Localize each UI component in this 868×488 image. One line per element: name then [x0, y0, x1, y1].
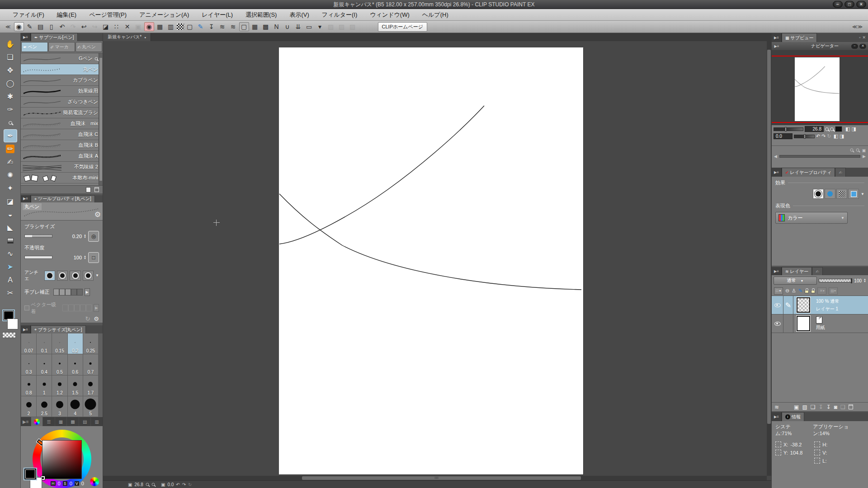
- edit-pen-icon[interactable]: ✎: [25, 22, 35, 31]
- layer-opacity-value[interactable]: 100: [854, 278, 862, 283]
- layer-mask-icon[interactable]: ◙: [834, 404, 837, 410]
- subtool-group-tab-1[interactable]: ✒ペン: [21, 42, 48, 52]
- effect-blue-button[interactable]: [825, 189, 835, 199]
- flip-v-icon[interactable]: ◨: [840, 133, 844, 139]
- subtool-item[interactable]: カブラペン: [21, 75, 103, 86]
- tab-color-slider[interactable]: ☰: [43, 417, 55, 426]
- zoom-out-icon[interactable]: [146, 483, 149, 486]
- redo-icon[interactable]: ↷: [68, 22, 78, 31]
- tool-line-correct[interactable]: ✂: [4, 286, 17, 300]
- tool-blend[interactable]: ◒: [4, 208, 17, 221]
- flip-horizontal-icon[interactable]: ◧: [845, 126, 850, 132]
- brush-size-cell[interactable]: 0.7: [83, 354, 99, 375]
- color-wheel-mode-button[interactable]: ▶: [90, 477, 99, 486]
- brush-size-cell[interactable]: 2.5: [37, 396, 52, 417]
- layer-thumbnail-cell[interactable]: [793, 314, 813, 333]
- tool-zoom[interactable]: [4, 116, 17, 129]
- document-tab[interactable]: 新規キャンバス* ●: [103, 33, 151, 41]
- brush-size-value[interactable]: 0.20: [72, 234, 82, 239]
- draft-layer-icon[interactable]: ✎: [798, 288, 802, 294]
- zoom-out-icon[interactable]: [850, 148, 854, 153]
- collapse-left-icon[interactable]: ≪: [5, 24, 11, 30]
- navigator-view[interactable]: [772, 50, 868, 125]
- subtool-item[interactable]: 血飛沫 C: [21, 129, 103, 140]
- tool-layer-move[interactable]: ✥: [4, 64, 17, 77]
- grid-2-icon[interactable]: ▩: [261, 22, 271, 31]
- panel-menu-icon[interactable]: ▶≡: [21, 417, 31, 426]
- zoom-in-icon[interactable]: [830, 127, 834, 131]
- brush-size-cell[interactable]: 0.1: [37, 333, 52, 354]
- tool-operate[interactable]: ❏: [4, 51, 17, 64]
- snap-curve-icon[interactable]: ∪: [283, 22, 292, 31]
- subtool-item[interactable]: 血飛沫 B: [21, 140, 103, 151]
- rotate-left-icon[interactable]: ↶: [176, 482, 179, 487]
- close-button[interactable]: ×: [856, 1, 866, 8]
- tab-modified-icon[interactable]: ●: [144, 36, 146, 39]
- tool-selection[interactable]: ◯: [4, 77, 17, 90]
- tool-move[interactable]: ✋: [4, 38, 17, 51]
- panel-close-icon[interactable]: ✕: [859, 44, 866, 49]
- dropdown-arrow-icon[interactable]: ▾: [315, 22, 325, 31]
- reset-rotation-icon[interactable]: ↻: [827, 133, 831, 139]
- panel-menu-icon[interactable]: ▶≡: [772, 412, 782, 421]
- brush-size-cell[interactable]: 3: [52, 396, 67, 417]
- lock-layer-icon[interactable]: [805, 290, 809, 293]
- deselect-dots-icon[interactable]: ∷: [112, 22, 122, 31]
- brush-size-cell[interactable]: 0.15: [52, 333, 67, 354]
- tool-brush[interactable]: ✍: [4, 155, 17, 169]
- brush-size-cell[interactable]: 0.4: [37, 354, 52, 375]
- vector-snap-checkbox[interactable]: [24, 305, 29, 310]
- panel-menu-icon[interactable]: ▶≡: [21, 325, 31, 333]
- brush-size-cell[interactable]: 0.3: [21, 354, 37, 375]
- snap-ruler-icon[interactable]: N: [272, 22, 282, 31]
- foreground-color-swatch[interactable]: [24, 468, 37, 480]
- screenshot-icon[interactable]: ◉: [144, 22, 154, 31]
- tab-brush-detail[interactable]: ✍: [835, 168, 846, 177]
- effect-tone-button[interactable]: [836, 189, 847, 199]
- zoom-out-icon[interactable]: [825, 127, 829, 131]
- fit-icon[interactable]: ▣: [862, 148, 866, 153]
- tab-approximate-color[interactable]: ▤: [79, 417, 91, 426]
- select-area-icon[interactable]: ▣: [133, 22, 143, 31]
- subtool-panel-tab[interactable]: ✒サブツール[ペン]: [31, 33, 78, 41]
- anti-aliasing-weak-button[interactable]: [57, 271, 68, 281]
- eraser-icon[interactable]: ◪: [101, 22, 111, 31]
- transparent-color-swatch[interactable]: [2, 332, 16, 338]
- brush-size-cell[interactable]: 2: [21, 396, 37, 417]
- effect-border-button[interactable]: [813, 189, 824, 199]
- layer-panel-tab[interactable]: ≋レイヤー: [782, 267, 812, 275]
- blend-mode-dropdown[interactable]: 通常 ▼: [774, 277, 817, 285]
- opacity-slider[interactable]: [24, 256, 52, 259]
- panel-menu-icon[interactable]: ▶≡: [772, 44, 782, 48]
- tool-fill[interactable]: ◣: [4, 221, 17, 234]
- navigator-rotation-value[interactable]: 0.0: [774, 133, 793, 139]
- dim-transform-icon[interactable]: ▨: [326, 22, 336, 31]
- flip-reset-icon[interactable]: ◨: [851, 126, 856, 132]
- layer-visibility-cell[interactable]: [772, 314, 783, 333]
- delete-layer-icon[interactable]: [849, 404, 853, 409]
- clip-homepage-button[interactable]: CLIPホームページ: [378, 22, 428, 32]
- brush-size-cell[interactable]: 0.07: [21, 333, 37, 354]
- subtool-item[interactable]: 簡易電流ブラシ: [21, 108, 103, 118]
- brush-size-cell[interactable]: 1.7: [83, 375, 99, 396]
- duplicate-layer-icon[interactable]: ❏: [811, 404, 816, 410]
- tab-layer-search[interactable]: ✍: [812, 267, 823, 275]
- tool-property-tab[interactable]: ⌖ツールプロパティ[丸ペン]: [31, 195, 95, 202]
- subtool-group-tab-2[interactable]: ✐マーカ: [48, 42, 75, 52]
- zoom-in-icon[interactable]: [856, 148, 859, 153]
- special-ruler-icon[interactable]: ▭: [304, 22, 314, 31]
- wrench-icon[interactable]: ⚙: [94, 210, 101, 219]
- menu-item-5[interactable]: レイヤー(L): [195, 9, 239, 20]
- menu-item-4[interactable]: アニメーション(A): [133, 9, 195, 20]
- horizontal-scrollbar[interactable]: [103, 476, 767, 480]
- subtool-item[interactable]: 丸ペン: [21, 64, 103, 75]
- tool-text[interactable]: A: [4, 273, 17, 286]
- save-page-icon[interactable]: ▯: [47, 22, 57, 31]
- anti-aliasing-strong-button[interactable]: [83, 271, 94, 281]
- navigator-zoom-slider[interactable]: [774, 127, 803, 131]
- saturation-value-box[interactable]: [42, 440, 82, 479]
- tool-airbrush[interactable]: ✺: [4, 169, 17, 182]
- rounded-square-icon[interactable]: ▢: [185, 22, 195, 31]
- menu-item-7[interactable]: 表示(V): [283, 9, 315, 20]
- menu-item-2[interactable]: 編集(E): [51, 9, 83, 20]
